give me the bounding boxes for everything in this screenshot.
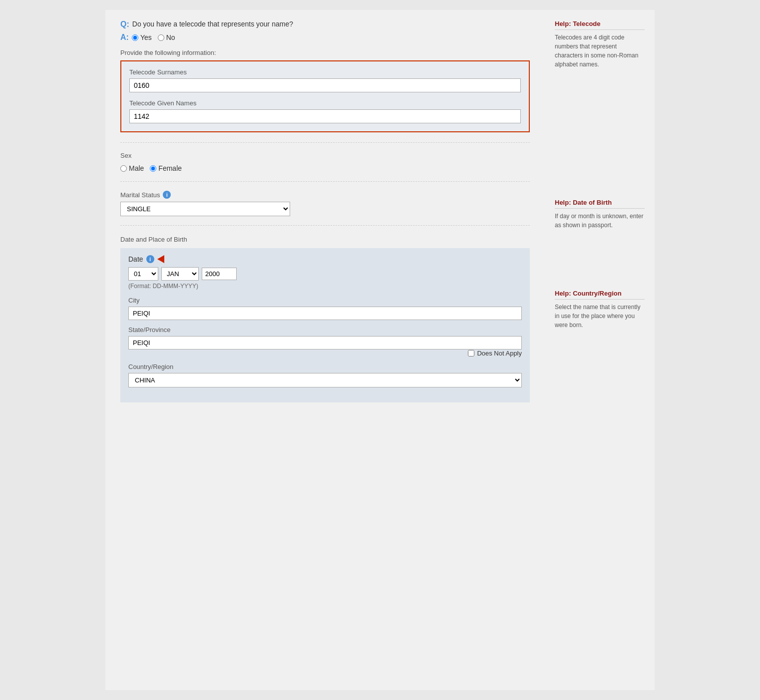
birth-section-title: Date and Place of Birth (120, 236, 530, 243)
a-prefix: A: (120, 33, 129, 42)
no-option[interactable]: No (158, 33, 175, 41)
help-dob-title: Help: Date of Birth (555, 199, 645, 209)
date-fields: 01 02 03 JAN FEB MAR (128, 267, 522, 281)
help-column: Help: Telecode Telecodes are 4 digit cod… (545, 10, 655, 690)
date-error-icon (157, 255, 164, 263)
state-group: State/Province Does Not Apply (128, 326, 522, 357)
female-option[interactable]: Female (150, 164, 182, 172)
yes-label: Yes (140, 33, 152, 41)
sex-section: Sex Male Female (120, 152, 530, 172)
telecode-box: Telecode Surnames Telecode Given Names (120, 60, 530, 132)
question-text: Do you have a telecode that represents y… (132, 20, 293, 28)
female-radio[interactable] (150, 165, 156, 172)
help-country-region: Help: Country/Region Select the name tha… (555, 290, 645, 330)
help-telecode: Help: Telecode Telecodes are 4 digit cod… (555, 20, 645, 69)
help-prefix-2: Help: (555, 199, 571, 206)
q-prefix: Q: (120, 20, 129, 29)
city-group: City (128, 297, 522, 320)
state-label: State/Province (128, 326, 522, 334)
country-select[interactable]: CHINA UNITED STATES CANADA INDIA OTHER (128, 373, 522, 387)
city-label: City (128, 297, 522, 304)
yes-radio[interactable] (132, 34, 138, 41)
no-radio[interactable] (158, 34, 164, 41)
sex-label: Sex (120, 152, 530, 159)
marital-status-select[interactable]: SINGLE MARRIED DIVORCED WIDOWED SEPARATE… (120, 202, 290, 216)
help-prefix-3: Help: (555, 290, 571, 297)
divider-2 (120, 181, 530, 182)
yes-no-radio-group: Yes No (132, 33, 175, 41)
date-label: Date (128, 255, 143, 263)
date-info-icon[interactable]: i (146, 255, 154, 263)
country-label: Country/Region (128, 363, 522, 370)
birth-section: Date and Place of Birth Date i 01 02 03 (120, 236, 530, 402)
month-select[interactable]: JAN FEB MAR (161, 267, 199, 281)
help-country-text: Select the name that is currently in use… (555, 303, 645, 330)
does-not-apply-checkbox[interactable] (468, 350, 474, 356)
telecode-given-names-label: Telecode Given Names (129, 99, 521, 107)
help-country-title: Help: Country/Region (555, 290, 645, 300)
birth-box: Date i 01 02 03 JAN FEB MAR (120, 248, 530, 402)
telecode-surnames-group: Telecode Surnames (129, 68, 521, 92)
male-label: Male (129, 164, 144, 172)
telecode-given-names-group: Telecode Given Names (129, 99, 521, 123)
day-select[interactable]: 01 02 03 (128, 267, 158, 281)
state-input[interactable] (128, 336, 522, 350)
provide-info-label: Provide the following information: (120, 49, 530, 56)
does-not-apply-label: Does Not Apply (477, 350, 522, 357)
no-label: No (166, 33, 175, 41)
sex-radio-group: Male Female (120, 164, 530, 172)
city-input[interactable] (128, 307, 522, 320)
telecode-given-names-input[interactable] (129, 109, 521, 123)
telecode-surnames-input[interactable] (129, 78, 521, 92)
help-prefix-1: Help: (555, 20, 571, 27)
does-not-apply-row: Does Not Apply (128, 350, 522, 357)
divider-3 (120, 225, 530, 226)
help-telecode-title: Help: Telecode (555, 20, 645, 30)
marital-label: Marital Status (120, 191, 160, 199)
male-radio[interactable] (120, 165, 127, 172)
female-label: Female (158, 164, 182, 172)
telecode-question-block: Q: Do you have a telecode that represent… (120, 20, 530, 132)
divider-1 (120, 142, 530, 143)
marital-section: Marital Status i SINGLE MARRIED DIVORCED… (120, 191, 530, 216)
date-format-hint: (Format: DD-MMM-YYYY) (128, 283, 522, 290)
yes-option[interactable]: Yes (132, 33, 152, 41)
year-input[interactable] (202, 268, 237, 280)
help-dob-text: If day or month is unknown, enter as sho… (555, 212, 645, 230)
telecode-surnames-label: Telecode Surnames (129, 68, 521, 76)
help-telecode-text: Telecodes are 4 digit code numbers that … (555, 33, 645, 69)
male-option[interactable]: Male (120, 164, 144, 172)
help-date-of-birth: Help: Date of Birth If day or month is u… (555, 199, 645, 230)
country-group: Country/Region CHINA UNITED STATES CANAD… (128, 363, 522, 387)
marital-info-icon[interactable]: i (163, 191, 171, 199)
